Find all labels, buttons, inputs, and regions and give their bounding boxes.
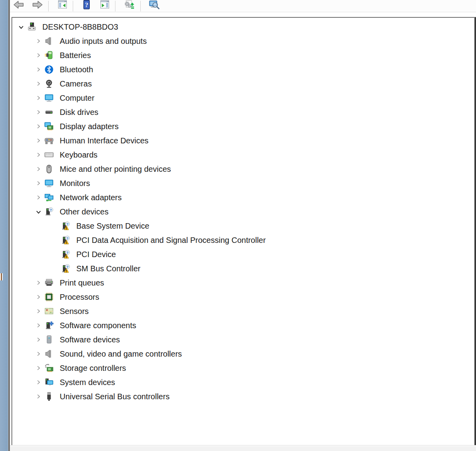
scan-hardware-changes-button[interactable] [147, 0, 161, 12]
svg-text:?: ? [50, 208, 52, 212]
tree-item-label: Processors [60, 293, 99, 302]
svg-text:?: ? [66, 265, 69, 269]
printer-icon [44, 278, 54, 288]
toolbar-separator [140, 1, 141, 11]
toolbar-separator [48, 1, 49, 11]
unknown-device-warning-icon: ? [60, 235, 71, 245]
tree-item-label: Base System Device [76, 222, 149, 231]
computer-root-icon [26, 22, 37, 32]
forward-button[interactable] [30, 0, 45, 12]
tree-item-mice-and-other-pointing-devices[interactable]: Mice and other pointing devices [12, 162, 474, 176]
software-component-icon [44, 320, 54, 331]
show-action-pane-button[interactable] [98, 0, 112, 12]
tree-item-label: Sound, video and game controllers [60, 350, 182, 359]
chevron-right-icon[interactable] [33, 162, 44, 176]
tree-item-label: DESKTOP-8B8BDO3 [42, 23, 118, 32]
back-arrow-icon [13, 0, 24, 11]
show-console-tree-button[interactable] [55, 0, 70, 12]
tree-item-desktop-8b8bdo3[interactable]: DESKTOP-8B8BDO3 [12, 20, 474, 34]
tree-item-label: PCI Data Acquisition and Signal Processi… [76, 236, 266, 245]
tree-item-display-adapters[interactable]: Display adapters [12, 119, 474, 133]
update-driver-button[interactable] [122, 0, 136, 12]
chevron-right-icon[interactable] [33, 304, 44, 318]
chevron-right-icon[interactable] [33, 190, 44, 205]
chevron-right-icon[interactable] [33, 62, 44, 77]
background-window-artifact [0, 273, 3, 280]
display-adapter-icon [44, 121, 54, 132]
tree-item-software-devices[interactable]: Software devices [12, 333, 474, 347]
storage-controller-icon [44, 363, 54, 373]
tree-item-pci-data-acquisition-and-signal-processing-controller[interactable]: ?PCI Data Acquisition and Signal Process… [12, 233, 474, 247]
battery-icon [44, 50, 54, 60]
help-icon: ? [81, 0, 91, 11]
tree-item-network-adapters[interactable]: Network adapters [12, 190, 474, 205]
chevron-right-icon[interactable] [33, 105, 44, 119]
chevron-right-icon[interactable] [33, 389, 44, 404]
status-bar [10, 445, 476, 451]
tree-item-processors[interactable]: Processors [12, 290, 474, 304]
tree-item-label: Disk drives [60, 108, 98, 117]
tree-item-storage-controllers[interactable]: Storage controllers [12, 361, 474, 375]
chevron-right-icon[interactable] [33, 347, 44, 361]
tree-item-pci-device[interactable]: ?PCI Device [12, 247, 474, 261]
tree-item-label: Software components [60, 321, 136, 330]
tree-item-keyboards[interactable]: Keyboards [12, 148, 474, 162]
chevron-right-icon[interactable] [33, 361, 44, 375]
toolbar-separator [73, 1, 73, 11]
svg-text:?: ? [66, 222, 69, 226]
tree-item-sound-video-and-game-controllers[interactable]: Sound, video and game controllers [12, 347, 474, 361]
tree-item-label: Computer [60, 94, 94, 103]
tree-item-label: Keyboards [60, 150, 98, 160]
chevron-right-icon[interactable] [33, 91, 44, 105]
software-device-icon [44, 334, 54, 345]
tree-item-human-interface-devices[interactable]: Human Interface Devices [12, 133, 474, 148]
chevron-right-icon[interactable] [33, 276, 44, 290]
speaker-icon [44, 349, 54, 359]
tree-item-universal-serial-bus-controllers[interactable]: Universal Serial Bus controllers [12, 389, 474, 404]
chevron-down-icon[interactable] [33, 205, 44, 219]
chevron-right-icon[interactable] [33, 34, 44, 48]
tree-item-label: Human Interface Devices [60, 136, 149, 145]
unknown-device-warning-icon: ? [60, 221, 71, 231]
chevron-right-icon[interactable] [33, 148, 44, 162]
tree-item-base-system-device[interactable]: ?Base System Device [12, 219, 474, 233]
console-tree-icon [57, 0, 68, 11]
webcam-icon [44, 79, 54, 89]
hard-disk-icon [44, 107, 54, 117]
chevron-right-icon[interactable] [33, 133, 44, 148]
chevron-right-icon[interactable] [33, 290, 44, 304]
chevron-right-icon[interactable] [33, 48, 44, 62]
back-button[interactable] [11, 0, 26, 12]
chevron-right-icon[interactable] [33, 333, 44, 347]
mouse-icon [44, 164, 54, 174]
chevron-down-icon[interactable] [15, 20, 26, 34]
chevron-right-icon[interactable] [33, 318, 44, 333]
tree-item-system-devices[interactable]: System devices [12, 375, 474, 389]
tree-item-label: Monitors [60, 179, 90, 188]
tree-item-software-components[interactable]: Software components [12, 318, 474, 333]
tree-item-other-devices[interactable]: ?Other devices [12, 205, 474, 219]
tree-panel: DESKTOP-8B8BDO3Audio inputs and outputsB… [11, 17, 476, 445]
chevron-right-icon[interactable] [33, 119, 44, 133]
processor-icon [44, 292, 54, 302]
chevron-right-icon[interactable] [33, 375, 44, 389]
tree-item-print-queues[interactable]: Print queues [12, 276, 474, 290]
device-tree: DESKTOP-8B8BDO3Audio inputs and outputsB… [12, 18, 474, 404]
help-button[interactable]: ? [79, 0, 93, 12]
chevron-right-icon[interactable] [33, 77, 44, 91]
tree-item-sm-bus-controller[interactable]: ?SM Bus Controller [12, 261, 474, 276]
tree-item-label: Batteries [60, 51, 91, 60]
scan-hardware-icon [149, 0, 160, 11]
tree-item-cameras[interactable]: Cameras [12, 77, 474, 91]
tree-item-batteries[interactable]: Batteries [12, 48, 474, 62]
unknown-device-icon: ? [44, 207, 54, 217]
tree-item-label: Universal Serial Bus controllers [60, 392, 170, 401]
chevron-right-icon[interactable] [33, 176, 44, 190]
tree-item-audio-inputs-and-outputs[interactable]: Audio inputs and outputs [12, 34, 474, 48]
tree-item-sensors[interactable]: Sensors [12, 304, 474, 318]
tree-item-monitors[interactable]: Monitors [12, 176, 474, 190]
tree-item-bluetooth[interactable]: Bluetooth [12, 62, 474, 77]
tree-item-disk-drives[interactable]: Disk drives [12, 105, 474, 119]
toolbar: ? [10, 0, 476, 12]
tree-item-computer[interactable]: Computer [12, 91, 474, 105]
